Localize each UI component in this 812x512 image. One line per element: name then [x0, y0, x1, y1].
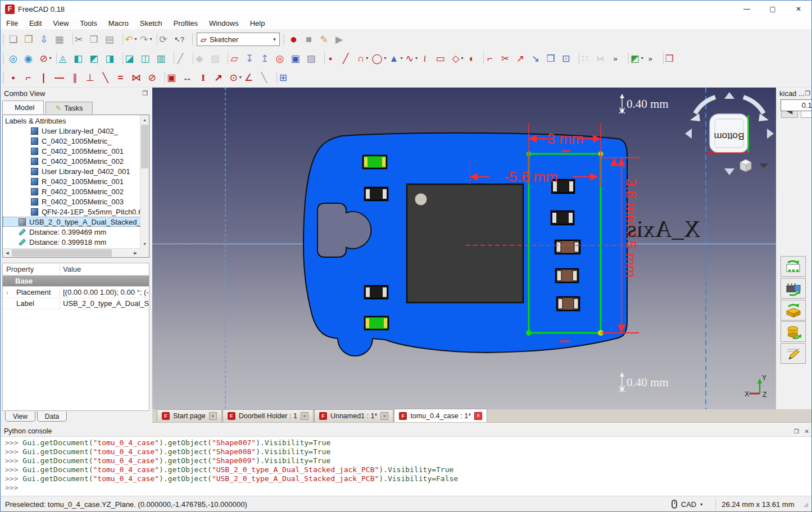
load-footprint-button[interactable]: [781, 256, 806, 277]
slot-button[interactable]: ◖: [466, 51, 481, 66]
constraint-perpendicular-button[interactable]: ⊥: [85, 70, 101, 85]
toggle-driving-constraint-button[interactable]: ╲: [259, 70, 274, 85]
nav-cube-menu-icon[interactable]: [740, 159, 751, 172]
constraint-radius-button[interactable]: ⊙▾: [229, 70, 244, 85]
menu-tools[interactable]: Tools: [74, 17, 102, 29]
extend-button[interactable]: ↗: [515, 51, 530, 66]
circle-button[interactable]: ◯▾: [371, 51, 389, 66]
smd-resistor-2[interactable]: [556, 269, 578, 282]
conic-button[interactable]: ▲▾: [389, 51, 405, 66]
property-group-base[interactable]: Base: [3, 276, 60, 286]
point-button[interactable]: ●: [326, 51, 341, 66]
rectangle-button[interactable]: ▭: [435, 51, 451, 66]
doc-tab-doorbell-holder[interactable]: F Doorbell Holder : 1 ✕: [223, 409, 314, 422]
qfn-chip[interactable]: [407, 184, 523, 303]
redo-button[interactable]: ↷▾: [139, 32, 155, 47]
tree-root-label[interactable]: Labels & Attributes: [3, 115, 149, 126]
constraint-distance-button[interactable]: ↗: [214, 70, 229, 85]
export-solid-button[interactable]: [781, 321, 806, 342]
float-panel-icon[interactable]: ❐: [142, 90, 148, 97]
tree-vertical-scrollbar[interactable]: ▲ ▼: [140, 115, 149, 248]
export-board-button[interactable]: [781, 300, 806, 321]
minimize-button[interactable]: —: [734, 1, 760, 17]
expander-icon[interactable]: ›: [6, 289, 8, 296]
tree-item-c-0402-1005metric-002[interactable]: C_0402_1005Metric_002: [3, 156, 149, 166]
tree-item-usb-2-0-type-a[interactable]: USB_2_0_type_A_Dual_Stacked_jac: [3, 217, 149, 227]
constraint-lock-button[interactable]: ▣: [166, 70, 182, 85]
print-button[interactable]: ▦: [55, 32, 70, 47]
tree-item-qfn-24-1ep[interactable]: QFN-24-1EP_5x5mm_Pitch0.65: [3, 207, 149, 217]
axonometric-view-button[interactable]: ◬: [58, 51, 73, 66]
constraint-horizontal-button[interactable]: ―: [54, 70, 70, 85]
carbon-copy-button[interactable]: ❒: [546, 51, 561, 66]
smd-resistor-3[interactable]: [557, 297, 579, 310]
constraint-coincident-button[interactable]: ●: [8, 70, 24, 85]
menu-macro[interactable]: Macro: [103, 17, 134, 29]
tree-item-c-0402-1005metric[interactable]: C_0402_1005Metric_: [3, 136, 149, 146]
smd-led-2[interactable]: [365, 317, 388, 330]
polygon-button[interactable]: ◇▾: [451, 51, 466, 66]
tree-item-user-library-led-0402[interactable]: User Library-led_0402_: [3, 126, 149, 136]
copy-button[interactable]: ❒: [89, 32, 105, 47]
close-button[interactable]: ✕: [786, 1, 811, 17]
import-sketch-button[interactable]: ↧: [244, 51, 260, 66]
paste-button[interactable]: ▤: [105, 32, 120, 47]
fit-all-button[interactable]: ◎: [8, 51, 24, 66]
stop-macro-button[interactable]: ■: [304, 32, 319, 47]
save-button[interactable]: ⇩: [39, 32, 55, 47]
smd-capacitor-2[interactable]: [365, 286, 388, 299]
part-group-button[interactable]: ▨: [210, 51, 225, 66]
edit-config-button[interactable]: [781, 343, 806, 364]
undo-button[interactable]: ↶▾: [124, 32, 139, 47]
clone-button[interactable]: ⊞: [278, 70, 293, 85]
toolbar-overflow-icon[interactable]: »: [646, 51, 661, 66]
scroll-down-icon[interactable]: ▼: [140, 239, 149, 248]
open-file-button[interactable]: ❐: [24, 32, 39, 47]
fillet-button[interactable]: ⌐: [485, 51, 500, 66]
create-sketch-button[interactable]: ▱: [229, 51, 244, 66]
maximize-button[interactable]: ▢: [760, 1, 786, 17]
polyline-button[interactable]: ≀: [420, 51, 435, 66]
bspline-button[interactable]: ∿▾: [405, 51, 420, 66]
map-sketch-button[interactable]: ▨: [306, 51, 322, 66]
bspline-knot-button[interactable]: ∺: [596, 51, 611, 66]
line-button[interactable]: ╱: [341, 51, 356, 66]
menu-view[interactable]: View: [47, 17, 74, 29]
resize-grip[interactable]: ◢: [804, 501, 808, 508]
tree-item-r-0402-1005metric-001[interactable]: R_0402_1005Metric_001: [3, 176, 149, 186]
sketch-export-button[interactable]: ❒: [665, 51, 680, 66]
edit-macro-button[interactable]: ✎: [319, 32, 334, 47]
export-sketch-button[interactable]: ↥: [260, 51, 275, 66]
tab-view[interactable]: View: [5, 412, 35, 422]
refresh-button[interactable]: ⟳: [158, 32, 174, 47]
scroll-up-icon[interactable]: ▲: [140, 115, 149, 124]
bspline-degree-button[interactable]: ∷: [580, 51, 596, 66]
constraint-equal-button[interactable]: =: [116, 70, 131, 85]
measure-distance-button[interactable]: ╱: [175, 51, 190, 66]
view-section-button[interactable]: ▣: [290, 51, 306, 66]
constraint-symmetric-button[interactable]: ⋈: [131, 70, 147, 85]
zoom-selection-button[interactable]: ◉: [24, 51, 39, 66]
tree-item-c-0402-1005metric-001[interactable]: C_0402_1005Metric_001: [3, 146, 149, 156]
toolbar-overflow-icon[interactable]: »: [611, 51, 626, 66]
tab-model[interactable]: Model: [2, 100, 44, 114]
kicad-tolerance-field-3[interactable]: 0.10: [781, 99, 812, 111]
whats-this-button[interactable]: ↖?: [174, 32, 190, 47]
workbench-selector[interactable]: ▱ Sketcher ▾: [197, 33, 280, 46]
property-row-label[interactable]: Label USB_2_0_type_A_Dual_Sta...: [3, 298, 149, 309]
top-view-button[interactable]: ◩: [89, 51, 105, 66]
part-extrude-button[interactable]: ◆: [194, 51, 210, 66]
menu-edit[interactable]: Edit: [24, 17, 47, 29]
view-sketch-button[interactable]: ◎: [275, 51, 290, 66]
constraint-block-button[interactable]: ⊘: [147, 70, 162, 85]
play-macro-button[interactable]: ▶: [334, 32, 350, 47]
scroll-right-icon[interactable]: ▶: [131, 249, 140, 257]
front-view-button[interactable]: ◧: [73, 51, 89, 66]
doc-tab-unnamed1[interactable]: F Unnamed1 : 1* ✕: [314, 409, 393, 422]
close-tab-icon[interactable]: ✕: [301, 412, 309, 420]
close-tab-icon[interactable]: ✕: [474, 412, 482, 420]
smd-resistor-1[interactable]: [555, 240, 580, 254]
smd-capacitor-1[interactable]: [365, 188, 388, 200]
tab-data[interactable]: Data: [37, 412, 67, 422]
float-panel-icon[interactable]: ❐: [794, 428, 799, 435]
